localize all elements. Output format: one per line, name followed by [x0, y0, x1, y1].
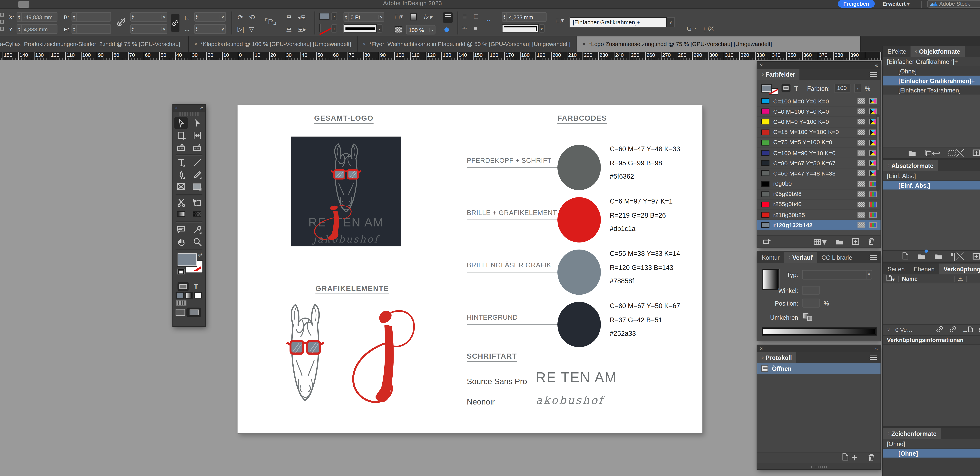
- chevron-down-icon[interactable]: ∨: [220, 15, 225, 19]
- reference-point-proxy[interactable]: [0, 20, 4, 24]
- select-previous-icon[interactable]: ◂모: [298, 13, 306, 22]
- tab-verknuepfungen[interactable]: Verknüpfungen: [939, 263, 980, 274]
- tab-objektformate[interactable]: ◊Objektformate: [911, 46, 965, 57]
- reverse-gradient-icon[interactable]: [803, 313, 812, 321]
- swatch-row[interactable]: C=75 M=5 Y=100 K=0: [757, 138, 881, 148]
- page-tool[interactable]: [173, 129, 189, 141]
- select-parent-icon[interactable]: 모: [286, 13, 292, 22]
- tab-zeichenformate[interactable]: ◊Zeichenformate: [883, 428, 941, 439]
- adobe-stock-search-input[interactable]: Adobe Stock: [927, 0, 980, 8]
- stepper-icon[interactable]: ▲▼: [72, 13, 76, 21]
- stepper-icon[interactable]: ▲▼: [344, 13, 349, 21]
- break-link-style-icon[interactable]: ⬚⤬: [704, 25, 714, 33]
- gradient-box-icon[interactable]: [410, 13, 417, 22]
- width-field[interactable]: ▲▼: [72, 12, 111, 22]
- clear-overrides-icon[interactable]: ⧉↩: [924, 147, 940, 159]
- document-tab[interactable]: a-Cyliax_Produktzeichnungen-Sleider_2.in…: [0, 36, 189, 52]
- frame-fitting-icon[interactable]: ⬚▾: [555, 17, 564, 24]
- link-page-icon[interactable]: ▾: [886, 274, 895, 282]
- free-transform-tool[interactable]: [189, 196, 205, 208]
- screen-mode-normal-button[interactable]: [176, 309, 185, 316]
- stroke-style-dropdown[interactable]: ∨: [344, 24, 383, 33]
- swatch-row[interactable]: C=0 M=0 Y=100 K=0: [757, 117, 881, 127]
- fill-flyout-button[interactable]: ›: [331, 12, 337, 21]
- scale-y-field[interactable]: ▲▼∨: [130, 24, 167, 34]
- formatting-affects-text-toggle[interactable]: T: [794, 85, 798, 92]
- create-style-icon[interactable]: [972, 147, 980, 159]
- document-tab[interactable]: ×*Klappkarte.indd @ 100 % [GPU-Vorschau]…: [189, 36, 358, 52]
- scale-x-field[interactable]: ▲▼∨: [130, 12, 167, 22]
- document-tab[interactable]: ×*Flyer_Weihnachtskarte in Pfade.indd @ …: [358, 36, 577, 52]
- zoom-tool[interactable]: [189, 235, 205, 248]
- close-icon[interactable]: ×: [175, 105, 178, 111]
- rotation-field[interactable]: ▲▼∨: [194, 24, 226, 34]
- panel-menu-icon[interactable]: [870, 72, 877, 77]
- text-wrap-object-icon[interactable]: ⎃: [462, 25, 467, 33]
- content-placer-tool[interactable]: [189, 141, 205, 153]
- close-icon[interactable]: ×: [363, 41, 366, 47]
- object-style-dropdown[interactable]: [Einfacher Grafikrahmen]+ ∨: [570, 17, 675, 27]
- flip-horizontal-icon[interactable]: ▷|: [237, 25, 244, 33]
- tab-ebenen[interactable]: Ebenen: [909, 263, 939, 274]
- horizontal-ruler[interactable]: 1501401301201101009080706050403020100102…: [0, 52, 980, 60]
- horse-head-graphic[interactable]: [273, 303, 337, 413]
- close-icon[interactable]: ×: [194, 41, 197, 47]
- apply-color-button[interactable]: [176, 292, 184, 299]
- red-j-graphic[interactable]: [340, 300, 429, 415]
- tab-effekte[interactable]: Effekte: [883, 46, 911, 57]
- stroke-color-swatch[interactable]: [319, 24, 321, 32]
- stroke-flyout-button[interactable]: ›: [331, 24, 337, 33]
- fill-color-swatch[interactable]: [319, 13, 329, 20]
- type-tool[interactable]: [173, 156, 189, 168]
- text-wrap-none-icon[interactable]: ≣: [462, 13, 467, 20]
- stepper-icon[interactable]: ▲▼: [17, 13, 22, 21]
- frame-corner-options-icon[interactable]: ⬚▾: [395, 13, 403, 20]
- note-tool[interactable]: [173, 223, 189, 235]
- scissors-tool[interactable]: [173, 196, 189, 208]
- tab-farbfelder[interactable]: ◊Farbfelder: [757, 69, 800, 80]
- fill-stroke-proxy[interactable]: ⇄: [176, 252, 202, 280]
- swatch-row[interactable]: C=100 M=0 Y=0 K=0: [757, 96, 881, 107]
- object-style-row-selected[interactable]: [Einfacher Grafikrahmen]+: [883, 76, 980, 86]
- new-swatch-icon[interactable]: [852, 236, 859, 248]
- formatting-affects-container-toggle[interactable]: [781, 84, 791, 92]
- object-style-row[interactable]: [Einfacher Textrahmen]T: [883, 86, 980, 95]
- scrollbar[interactable]: [876, 114, 880, 191]
- style-folder-bolt-icon[interactable]: [917, 251, 926, 262]
- stepper-icon[interactable]: ▲▼: [131, 25, 135, 33]
- gap-tool[interactable]: [189, 129, 205, 141]
- chevron-down-icon[interactable]: ∨: [161, 15, 167, 19]
- delete-state-icon[interactable]: [868, 452, 875, 464]
- clear-overrides-icon[interactable]: ⧉↩: [687, 25, 695, 33]
- reference-point-proxy[interactable]: [0, 27, 4, 31]
- position-field[interactable]: [802, 299, 820, 308]
- panel-resize-grip[interactable]: [811, 466, 827, 468]
- document-page[interactable]: GESAMT-LOGO FARBCODES RETEN AM jakobusho…: [237, 105, 702, 433]
- corner-radius-field[interactable]: ▲▼4,233 mm: [502, 12, 547, 22]
- create-style-icon[interactable]: [972, 251, 980, 262]
- tint-slider-button[interactable]: ›: [854, 84, 861, 93]
- swatch-row[interactable]: r120g132b142: [757, 221, 881, 231]
- swatch-row[interactable]: r255g0b40: [757, 200, 881, 210]
- constrain-proportions-icon[interactable]: [116, 17, 126, 27]
- stepper-icon[interactable]: ▲▼: [503, 13, 507, 21]
- swatch-row[interactable]: r95g99b98: [757, 189, 881, 200]
- angle-field[interactable]: [802, 286, 820, 295]
- break-link-icon[interactable]: ⤬: [948, 147, 964, 159]
- hand-tool[interactable]: [173, 235, 189, 248]
- style-group-folder-icon[interactable]: [908, 147, 916, 159]
- tab-verlauf[interactable]: ◊Verlauf: [784, 252, 817, 263]
- eyedropper-tool[interactable]: [189, 223, 205, 235]
- fill-proxy-swatch[interactable]: [178, 253, 197, 266]
- close-icon[interactable]: ×: [760, 62, 763, 68]
- tab-absatzformate[interactable]: ◊Absatzformate: [883, 160, 938, 171]
- screen-mode-preview-button[interactable]: [186, 308, 201, 317]
- panel-menu-icon[interactable]: [870, 355, 877, 360]
- new-style-from-selection-icon[interactable]: [901, 251, 909, 262]
- content-collector-tool[interactable]: [173, 141, 189, 153]
- tint-value-field[interactable]: 100: [834, 84, 850, 93]
- formatting-affects-text-toggle[interactable]: T: [190, 282, 202, 291]
- paragraph-style-row-selected[interactable]: [Einf. Abs.]: [883, 181, 980, 190]
- stepper-icon[interactable]: ▲▼: [195, 13, 199, 21]
- chevron-down-icon[interactable]: ∨: [378, 15, 384, 19]
